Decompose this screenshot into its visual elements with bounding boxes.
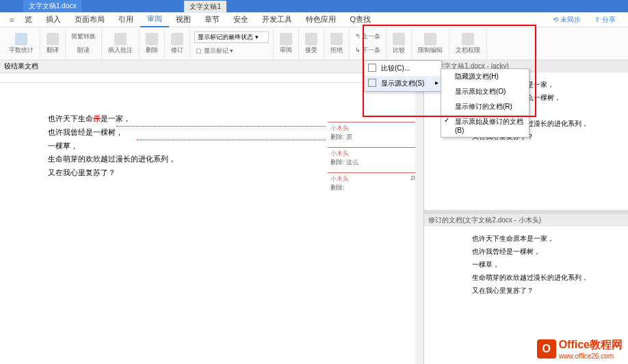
reviewpane-button[interactable]: 审阅 <box>278 33 294 55</box>
menu-layout[interactable]: 页面布局 <box>68 12 112 27</box>
compare-result-document[interactable]: 也许天下生命原是一家， 也许我曾经是一棵树， 一棵草， 生命萌芽的欢欣越过漫长的… <box>48 112 322 180</box>
reviewpane-icon <box>280 33 292 45</box>
compare-dropdown-menu: 比较(C)... 显示源文档(S)▸ <box>364 60 442 92</box>
ruler[interactable] <box>0 73 423 83</box>
watermark-url: www.office26.com <box>559 352 623 360</box>
menu-view2[interactable]: 视图 <box>169 12 198 27</box>
watermark-brand: Office教程网 <box>559 338 623 352</box>
translate-icon <box>47 33 59 45</box>
markup-display-dropdown[interactable]: 显示标记的最终状态 ▾ <box>194 31 269 43</box>
insert-comment-button[interactable]: 插入批注 <box>106 33 135 55</box>
watermark-logo: O <box>537 339 556 359</box>
share-button[interactable]: ⇪ 分享 <box>588 13 623 27</box>
revision-item[interactable]: 小木头 删除: 这么 <box>328 147 423 168</box>
revision-item[interactable]: 小木头 删除: 原 <box>328 122 423 143</box>
revision-item[interactable]: 小木头 202 删除: <box>328 172 423 194</box>
menu-review[interactable]: 审阅 <box>140 12 169 27</box>
lock-icon <box>424 33 436 45</box>
menu-search[interactable]: Q查找 <box>343 12 378 27</box>
doc-tab-1[interactable]: 文字文稿1.docx <box>23 0 81 12</box>
revision-button[interactable]: 修订 <box>169 33 185 55</box>
menu-special[interactable]: 特色应用 <box>299 12 343 27</box>
menu-security[interactable]: 安全 <box>226 12 255 27</box>
deleted-text: 原 <box>93 114 101 122</box>
compare-icon <box>393 33 405 45</box>
scrollbar-vertical[interactable] <box>415 60 423 364</box>
watermark: O Office教程网 www.office26.com <box>537 338 623 360</box>
accept-icon <box>305 33 317 45</box>
menu-reference[interactable]: 引用 <box>112 12 140 27</box>
comment-icon <box>114 33 127 45</box>
revised-doc-title: 修订的文档(文字文稿2.docx - 小木头) <box>424 214 628 226</box>
title-bar: 文字文稿1.docx 文字文稿1 <box>0 0 628 12</box>
submenu-hide-source[interactable]: 隐藏源文档(H) <box>441 69 529 84</box>
menu-devtools[interactable]: 开发工具 <box>255 12 299 27</box>
compare-result-pane: 较结果文档 也许天下生命原是一家， 也许我曾经是一棵树， 一棵草， 生命萌芽的欢… <box>0 60 424 364</box>
doc-tab-2[interactable]: 文字文稿1 <box>184 0 226 13</box>
readaloud-button[interactable]: 朗读 <box>76 45 91 55</box>
accept-button[interactable]: 接受 <box>303 33 319 55</box>
revision-connector <box>137 140 326 140</box>
delete-icon <box>146 33 158 45</box>
permission-button[interactable]: 文档权限 <box>454 33 482 55</box>
delete-button[interactable]: 删除 <box>144 33 160 55</box>
reject-button[interactable]: 拒绝 <box>328 33 345 55</box>
revision-connector <box>116 126 326 127</box>
ribbon: 字数统计 翻译 简繁转换 朗读 插入批注 删除 修订 显示标记的最终状态 ▾ ▢… <box>0 27 628 60</box>
reject-icon <box>330 33 343 45</box>
compare-button[interactable]: 比较 <box>391 33 407 55</box>
menu-file-icon[interactable]: ≡ <box>5 14 18 26</box>
translate-button[interactable]: 翻译 <box>44 33 61 55</box>
workspace: 较结果文档 也许天下生命原是一家， 也许我曾经是一棵树， 一棵草， 生命萌芽的欢… <box>0 60 628 364</box>
submenu-show-revised[interactable]: 显示修订的文档(R) <box>441 99 529 114</box>
show-source-submenu: 隐藏源文档(H) 显示原始文档(O) 显示修订的文档(R) ✓显示原始及修订的文… <box>441 68 529 138</box>
show-source-icon <box>368 79 376 87</box>
convert-button[interactable]: 简繁转换 <box>70 31 97 42</box>
restrict-edit-button[interactable]: 限制编辑 <box>416 33 445 55</box>
menu-view[interactable]: 览 <box>18 12 39 27</box>
wordcount-button[interactable]: 字数统计 <box>7 33 36 55</box>
menu-insert[interactable]: 插入 <box>39 12 68 27</box>
revision-icon <box>171 33 183 45</box>
check-icon: ✓ <box>444 116 449 124</box>
prev-change-button[interactable]: ↰ 上一条 <box>354 31 382 42</box>
sync-status[interactable]: ⟲ 未同步 <box>546 13 588 27</box>
show-markup-button[interactable]: ▢ 显示标记 ▾ <box>194 46 235 56</box>
revision-list: 小木头 删除: 原 小木头 删除: 这么 小木头 202 删除: <box>328 122 423 198</box>
permission-icon <box>462 33 474 45</box>
submenu-show-both[interactable]: ✓显示原始及修订的文档(B) <box>441 114 529 137</box>
next-change-button[interactable]: ↳ 下一条 <box>354 45 382 55</box>
chevron-right-icon: ▸ <box>435 79 439 86</box>
menu-section[interactable]: 章节 <box>198 12 226 27</box>
menu-bar: ≡ 览 插入 页面布局 引用 审阅 视图 章节 安全 开发工具 特色应用 Q查找… <box>0 12 628 27</box>
compare-menu-show-source[interactable]: 显示源文档(S)▸ <box>365 76 441 91</box>
compare-option-icon <box>368 64 376 72</box>
submenu-show-original[interactable]: 显示原始文档(O) <box>441 84 529 99</box>
wordcount-icon <box>15 33 27 45</box>
revised-doc-content[interactable]: 也许天下生命原本是一家， 也许我曾经是一棵树， 一棵草， 生命萌芽的欢欣越过漫长… <box>424 226 628 302</box>
left-pane-title: 较结果文档 <box>0 60 423 73</box>
compare-menu-compare[interactable]: 比较(C)... <box>365 61 441 76</box>
